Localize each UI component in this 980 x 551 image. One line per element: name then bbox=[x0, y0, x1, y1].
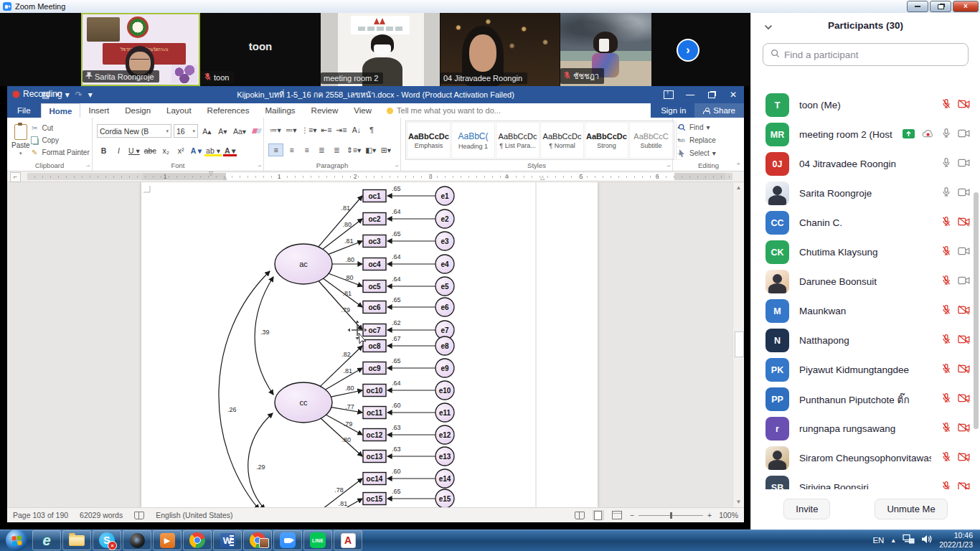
align-left-button[interactable]: ≡ bbox=[268, 143, 283, 156]
video-icon[interactable] bbox=[958, 246, 970, 259]
style-strong[interactable]: AaBbCcDcStrong bbox=[585, 122, 628, 159]
muted-mic-icon[interactable] bbox=[941, 275, 951, 288]
word-count[interactable]: 62029 words bbox=[80, 511, 123, 519]
style-subtitle[interactable]: AaBbCcCSubtitle bbox=[629, 122, 673, 159]
replace-button[interactable]: abReplace bbox=[677, 136, 740, 144]
close-button[interactable]: × bbox=[953, 1, 979, 12]
strikethrough-button[interactable]: abc bbox=[143, 145, 158, 156]
tab-view[interactable]: View bbox=[346, 103, 380, 118]
mic-icon[interactable] bbox=[941, 187, 951, 200]
clear-formatting-button[interactable] bbox=[250, 126, 263, 137]
underline-button[interactable]: U ▾ bbox=[127, 145, 141, 156]
language-indicator-tray[interactable]: EN bbox=[872, 536, 884, 545]
select-button[interactable]: Select ▾ bbox=[677, 149, 740, 157]
show-hidden-icons-button[interactable]: ▲ bbox=[890, 537, 896, 544]
increase-indent-button[interactable]: ⇥≡ bbox=[334, 124, 348, 136]
zoom-percent[interactable]: 100% bbox=[719, 511, 738, 519]
file-explorer-icon[interactable] bbox=[62, 530, 91, 550]
align-right-button[interactable]: ≡ bbox=[300, 144, 314, 156]
video-off-icon[interactable] bbox=[958, 481, 970, 490]
start-button[interactable] bbox=[6, 529, 27, 551]
chrome-icon[interactable] bbox=[183, 530, 212, 550]
document-area[interactable]: .39.26.29.81.65oc1e1.80.64oc2e2.81.65oc3… bbox=[7, 182, 744, 507]
video-icon[interactable] bbox=[958, 187, 970, 200]
minimize-button[interactable] bbox=[907, 1, 928, 12]
media-player-icon[interactable]: ▶ bbox=[153, 530, 182, 550]
shading-button[interactable]: ◧▾ bbox=[364, 144, 377, 156]
paragraph-dialog-launcher[interactable]: ⌐ bbox=[395, 163, 398, 169]
video-off-icon[interactable] bbox=[958, 99, 970, 112]
styles-dialog-launcher[interactable]: ⌐ bbox=[666, 163, 670, 169]
zoom-out-icon[interactable]: − bbox=[630, 511, 634, 519]
video-tile-chatchada[interactable]: ชัชชฎา bbox=[560, 13, 651, 86]
muted-mic-icon[interactable] bbox=[941, 363, 951, 377]
video-icon[interactable] bbox=[958, 158, 970, 171]
muted-mic-icon[interactable] bbox=[941, 304, 951, 318]
participant-row[interactable]: SBSirivipa Boonsiri bbox=[751, 473, 980, 489]
video-off-icon[interactable] bbox=[958, 452, 970, 465]
ribbon-display-options-button[interactable] bbox=[658, 86, 679, 103]
video-off-icon[interactable] bbox=[958, 217, 970, 230]
participant-row[interactable]: CKChutima Klaysung bbox=[751, 237, 980, 267]
redo-icon[interactable]: ↷ bbox=[75, 90, 83, 100]
align-center-button[interactable]: ≡ bbox=[285, 144, 298, 156]
borders-button[interactable]: ⊞▾ bbox=[379, 144, 392, 156]
font-dialog-launcher[interactable]: ⌐ bbox=[258, 163, 261, 169]
zoom-in-icon[interactable]: + bbox=[707, 511, 712, 519]
tab-home[interactable]: Home bbox=[41, 103, 81, 118]
zoom-slider[interactable]: − + bbox=[630, 511, 712, 519]
bold-button[interactable]: B bbox=[97, 145, 110, 156]
participant-row[interactable]: MMaunkwan bbox=[751, 296, 980, 326]
document-page[interactable]: .39.26.29.81.65oc1e1.80.64oc2e2.81.65oc3… bbox=[141, 182, 598, 507]
camera-app-icon[interactable] bbox=[123, 530, 151, 550]
tab-insert[interactable]: Insert bbox=[80, 103, 117, 118]
chrome-profile-icon[interactable] bbox=[243, 530, 272, 550]
muted-mic-icon[interactable] bbox=[941, 98, 951, 112]
sort-button[interactable]: A↓ bbox=[349, 124, 363, 136]
font-name-combo[interactable]: Cordia New (B▾ bbox=[97, 124, 171, 138]
chevron-down-icon[interactable] bbox=[764, 20, 773, 33]
mic-icon[interactable] bbox=[941, 128, 951, 141]
clock[interactable]: 10:46 2022/1/23 bbox=[939, 531, 973, 550]
web-layout-button[interactable] bbox=[611, 510, 623, 520]
decrease-indent-button[interactable]: ⇤≡ bbox=[319, 124, 333, 136]
volume-icon[interactable] bbox=[921, 534, 933, 547]
video-off-icon[interactable] bbox=[958, 423, 970, 435]
font-color-button[interactable]: A ▾ bbox=[223, 145, 237, 156]
find-participant-input[interactable]: Find a participant bbox=[763, 43, 969, 66]
find-button[interactable]: Find ▾ bbox=[677, 123, 740, 131]
word-restore-button[interactable] bbox=[701, 86, 722, 103]
save-icon[interactable]: ▤ bbox=[42, 90, 50, 100]
change-case-button[interactable]: Aa▾ bbox=[232, 126, 248, 137]
word-close-button[interactable]: ✕ bbox=[722, 86, 744, 103]
muted-mic-icon[interactable] bbox=[941, 481, 951, 489]
superscript-button[interactable]: x² bbox=[174, 145, 188, 156]
invite-button[interactable]: Invite bbox=[783, 499, 830, 519]
horizontal-ruler[interactable]: 1123456▽⌂△ bbox=[27, 173, 732, 180]
cut-button[interactable]: ✂Cut bbox=[30, 124, 90, 132]
tab-references[interactable]: References bbox=[199, 103, 258, 118]
participant-row[interactable]: PKPiyawut Kidmungtangdee bbox=[751, 355, 980, 385]
bullets-button[interactable]: ≔▾ bbox=[268, 124, 283, 136]
proofing-icon[interactable] bbox=[134, 512, 144, 519]
share-button[interactable]: Share bbox=[694, 103, 744, 118]
participant-row[interactable]: Sarita Roongroje bbox=[751, 179, 980, 208]
internet-explorer-icon[interactable]: e bbox=[32, 530, 61, 550]
undo-icon[interactable]: ↶ ▾ bbox=[55, 90, 69, 100]
tab-layout[interactable]: Layout bbox=[159, 103, 199, 118]
highlight-button[interactable]: ab ▾ bbox=[204, 145, 222, 156]
word-icon[interactable]: W bbox=[213, 530, 242, 550]
italic-button[interactable]: I bbox=[112, 145, 126, 156]
participant-row[interactable]: CCChanin C. bbox=[751, 208, 980, 237]
tab-review[interactable]: Review bbox=[303, 103, 347, 118]
grow-font-button[interactable]: A▴ bbox=[200, 126, 214, 137]
video-icon[interactable] bbox=[958, 276, 970, 288]
muted-mic-icon[interactable] bbox=[941, 245, 951, 259]
language-indicator[interactable]: English (United States) bbox=[156, 511, 232, 519]
muted-mic-icon[interactable] bbox=[941, 334, 951, 347]
video-icon[interactable] bbox=[958, 128, 970, 141]
tab-file[interactable]: File bbox=[7, 103, 41, 118]
line-app-icon[interactable]: LINE bbox=[303, 530, 332, 550]
participant-row[interactable]: MRmeeting room 2 (Host) bbox=[751, 120, 980, 149]
mic-icon[interactable] bbox=[941, 157, 951, 171]
